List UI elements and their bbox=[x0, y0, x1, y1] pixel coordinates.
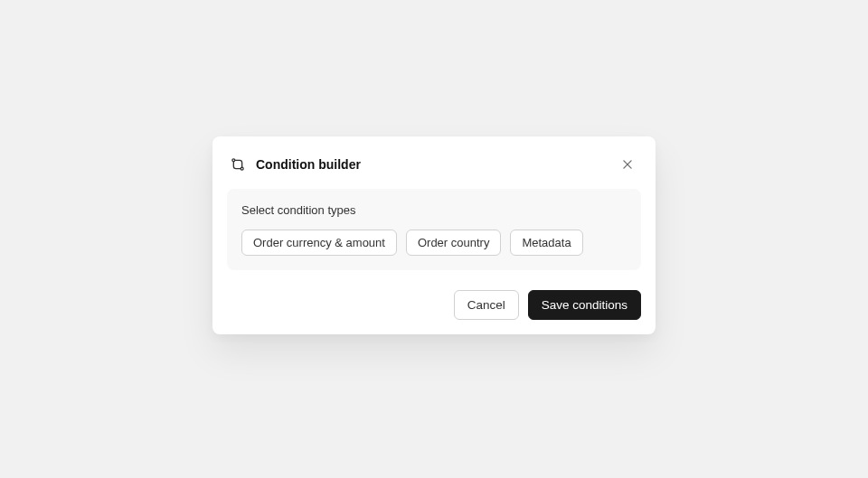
modal-footer: Cancel Save conditions bbox=[227, 290, 641, 321]
close-button[interactable] bbox=[618, 155, 637, 174]
close-icon bbox=[621, 158, 634, 171]
condition-type-chips: Order currency & amount Order country Me… bbox=[241, 230, 627, 256]
condition-builder-modal: Condition builder Select condition types… bbox=[212, 136, 656, 335]
save-button[interactable]: Save conditions bbox=[528, 290, 641, 321]
section-label: Select condition types bbox=[241, 203, 627, 217]
cancel-button[interactable]: Cancel bbox=[454, 290, 519, 321]
chip-order-country[interactable]: Order country bbox=[406, 230, 501, 256]
flow-icon bbox=[231, 157, 245, 172]
modal-title-wrap: Condition builder bbox=[231, 157, 361, 172]
chip-metadata[interactable]: Metadata bbox=[510, 230, 582, 256]
chip-order-currency-amount[interactable]: Order currency & amount bbox=[241, 230, 397, 256]
modal-header: Condition builder bbox=[227, 151, 641, 189]
modal-title: Condition builder bbox=[256, 157, 361, 172]
condition-types-section: Select condition types Order currency & … bbox=[227, 189, 641, 270]
